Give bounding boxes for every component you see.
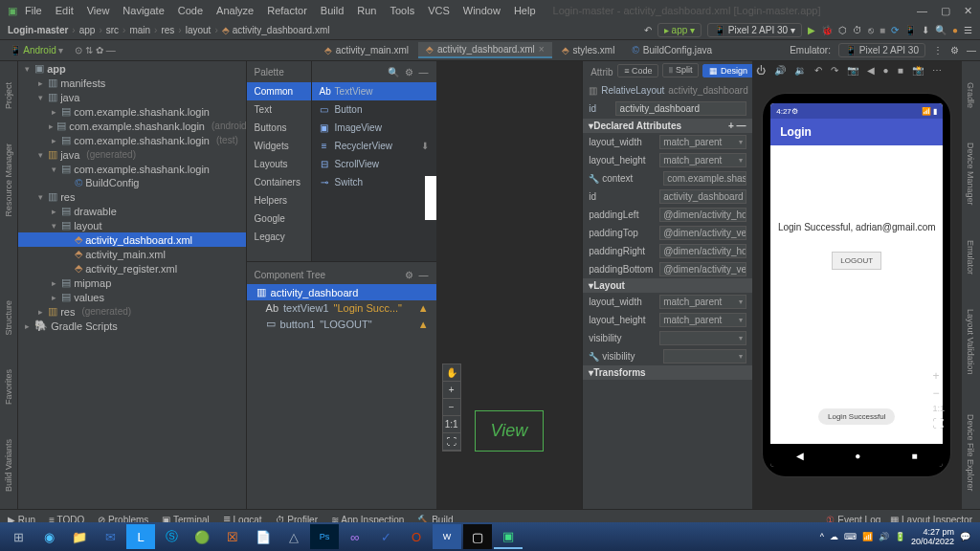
device-selector[interactable]: 📱 Pixel 2 API 30 ▾ xyxy=(707,23,802,37)
tb-mail[interactable]: ✉ xyxy=(96,524,124,549)
help-round-icon[interactable]: ● xyxy=(952,25,958,35)
coverage-icon[interactable]: ⬡ xyxy=(838,25,847,35)
menu-help[interactable]: Help xyxy=(508,3,542,18)
emu-zoom-in[interactable]: + xyxy=(932,369,945,383)
tab-buildconfig[interactable]: ©BuildConfig.java xyxy=(624,42,720,58)
attach-icon[interactable]: ⎋ xyxy=(868,25,874,35)
maximize-icon[interactable]: ▢ xyxy=(941,5,950,17)
debug-icon[interactable]: 🐞 xyxy=(821,25,833,35)
tb-libre[interactable]: 📄 xyxy=(249,524,278,549)
palette-cat-helpers[interactable]: Helpers xyxy=(247,191,311,209)
palette-recyclerview[interactable]: ≡RecyclerView ⬇ xyxy=(312,137,436,155)
tool-structure[interactable]: Structure xyxy=(4,300,13,336)
minimize-icon[interactable]: — xyxy=(917,5,927,17)
palette-cat-google[interactable]: Google xyxy=(247,209,311,228)
logout-button[interactable]: LOGOUT xyxy=(832,252,881,270)
attr-l-height[interactable]: match_parent xyxy=(659,313,746,327)
sync-icon[interactable]: ⟳ xyxy=(891,25,899,35)
crumb-root[interactable]: Login-master xyxy=(8,25,68,35)
emu-overview-icon[interactable]: ■ xyxy=(898,65,903,76)
notif-icon[interactable]: ☰ xyxy=(964,25,972,35)
menu-vcs[interactable]: VCS xyxy=(422,3,456,18)
tool-build-variants[interactable]: Build Variants xyxy=(4,439,13,492)
emu-zoom-fit[interactable]: 1:1 xyxy=(932,404,945,413)
tab-styles[interactable]: ⬘styles.xml xyxy=(554,42,623,58)
menu-refactor[interactable]: Refactor xyxy=(261,3,313,18)
emu-cam-icon[interactable]: 📸 xyxy=(912,65,924,76)
avd-icon[interactable]: 📱 xyxy=(904,25,916,35)
emu-screenshot-icon[interactable]: 📷 xyxy=(847,65,858,76)
palette-cat-buttons[interactable]: Buttons xyxy=(247,119,311,137)
menu-tools[interactable]: Tools xyxy=(384,3,420,18)
tb-skype[interactable]: Ⓢ xyxy=(157,524,186,549)
palette-button[interactable]: ▭Button xyxy=(312,100,436,119)
crumb-file[interactable]: activity_dashboard.xml xyxy=(233,25,330,35)
menu-navigate[interactable]: Navigate xyxy=(117,3,169,18)
tray-wifi-icon[interactable]: 📶 xyxy=(862,532,873,541)
ctree-root[interactable]: ▥ activity_dashboard xyxy=(247,284,436,300)
project-tree[interactable]: ▾▣ app ▸▥ manifests ▾▥ java ▸▤ com.examp… xyxy=(18,61,246,509)
emu-home-icon[interactable]: ● xyxy=(883,65,889,76)
tray-expand-icon[interactable]: ^ xyxy=(820,532,824,541)
back-icon[interactable]: ↶ xyxy=(644,25,652,35)
crumb-src[interactable]: src xyxy=(106,25,119,35)
crumb-layout[interactable]: layout xyxy=(186,25,212,35)
ctree-button[interactable]: ▭ button1 "LOGOUT"▲ xyxy=(247,316,436,332)
tb-app-l[interactable]: L xyxy=(126,524,155,549)
palette-cat-widgets[interactable]: Widgets xyxy=(247,137,311,155)
zoom-in-icon[interactable]: + xyxy=(443,382,460,399)
tray-onedrive-icon[interactable]: ☁ xyxy=(830,532,838,541)
profile-icon[interactable]: ⏱ xyxy=(853,25,862,35)
menu-file[interactable]: File xyxy=(19,3,48,18)
palette-scrollview[interactable]: ⊟ScrollView xyxy=(312,155,436,173)
nav-back-icon[interactable]: ◀ xyxy=(796,451,804,461)
tb-gdrive[interactable]: △ xyxy=(279,524,308,549)
palette-cat-common[interactable]: Common xyxy=(247,82,311,100)
menu-run[interactable]: Run xyxy=(351,3,382,18)
zoom-pan-icon[interactable]: ✋ xyxy=(443,364,460,382)
search-icon[interactable]: 🔍 xyxy=(935,25,947,35)
emu-zoom-out[interactable]: − xyxy=(932,386,945,400)
menu-edit[interactable]: Edit xyxy=(50,3,79,18)
mode-code[interactable]: ≡ Code xyxy=(617,64,658,77)
tray-lang-icon[interactable]: ⌨ xyxy=(844,532,857,541)
crumb-main[interactable]: main xyxy=(129,25,150,35)
attr-l-width[interactable]: match_parent xyxy=(659,295,746,309)
tool-gradle[interactable]: Gradle xyxy=(966,82,975,108)
attr-padbottom[interactable]: @dimen/activity_vertical xyxy=(659,262,746,276)
emu-rotl-icon[interactable]: ↶ xyxy=(814,65,822,76)
menu-code[interactable]: Code xyxy=(172,3,209,18)
emu-zoom-full[interactable]: ⛶ xyxy=(932,417,945,430)
more-icon[interactable]: ⋮ xyxy=(933,45,943,55)
palette-cat-layouts[interactable]: Layouts xyxy=(247,155,311,173)
tb-todo[interactable]: ✓ xyxy=(371,524,400,549)
tb-vs[interactable]: ∞ xyxy=(341,524,369,549)
attr-layout-width[interactable]: match_parent xyxy=(659,135,746,149)
tb-term[interactable]: ▢ xyxy=(463,524,492,549)
emulator-device[interactable]: 📱 Pixel 2 API 30 xyxy=(838,43,925,57)
tab-activity-dashboard[interactable]: ⬘activity_dashboard.xml × xyxy=(418,42,552,58)
tb-office[interactable]: O xyxy=(402,524,431,549)
hide-icon[interactable]: — xyxy=(967,45,976,55)
zoom-out-icon[interactable]: − xyxy=(443,399,460,416)
tool-device-manager[interactable]: Device Manager xyxy=(966,143,975,206)
stop-icon[interactable]: ■ xyxy=(880,25,885,35)
tb-edge[interactable]: ◉ xyxy=(34,524,63,549)
emu-back-icon[interactable]: ◀ xyxy=(867,65,875,76)
tree-collapse-icon[interactable]: ⊙ ⇅ ✿ — xyxy=(75,45,115,55)
mode-split[interactable]: ⫴ Split xyxy=(662,63,699,77)
nav-home-icon[interactable]: ● xyxy=(855,451,860,461)
tray-notif-icon[interactable]: 💬 xyxy=(960,532,970,541)
attr-visibility[interactable] xyxy=(659,331,746,345)
attr-id-input[interactable] xyxy=(615,101,746,116)
attr-padleft[interactable]: @dimen/activity_horizon xyxy=(659,208,746,222)
palette-imageview[interactable]: ▣ImageView xyxy=(312,119,436,137)
attr-id[interactable]: activity_dashboard xyxy=(659,189,746,204)
tool-project[interactable]: Project xyxy=(4,82,13,109)
attr-padright[interactable]: @dimen/activity_horizon xyxy=(659,244,746,258)
sdk-icon[interactable]: ⬇ xyxy=(922,25,929,35)
tray-date[interactable]: 20/04/2022 xyxy=(911,537,954,546)
ctree-gear-icon[interactable]: ⚙ xyxy=(405,270,413,280)
tab-activity-main[interactable]: ⬘activity_main.xml xyxy=(317,42,416,58)
emu-volup-icon[interactable]: 🔊 xyxy=(774,65,786,76)
